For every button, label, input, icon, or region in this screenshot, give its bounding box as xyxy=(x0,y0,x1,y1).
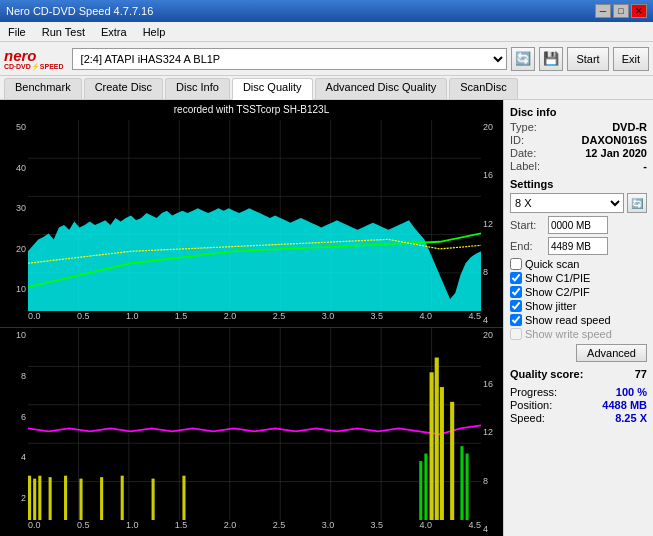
bot-left-y1: 2 xyxy=(21,493,26,503)
close-button[interactable]: ✕ xyxy=(631,4,647,18)
show-c1pie-checkbox[interactable] xyxy=(510,272,522,284)
position-value: 4488 MB xyxy=(602,399,647,411)
show-write-speed-checkbox[interactable] xyxy=(510,328,522,340)
exit-button[interactable]: Exit xyxy=(613,47,649,71)
bot-x2: 1.0 xyxy=(126,520,139,530)
position-label: Position: xyxy=(510,399,552,411)
progress-section: Progress: 100 % Position: 4488 MB Speed:… xyxy=(510,386,647,424)
bot-x3: 1.5 xyxy=(175,520,188,530)
tab-disc-info[interactable]: Disc Info xyxy=(165,78,230,99)
show-c2-pif-row: Show C2/PIF xyxy=(510,286,647,298)
charts-container: 50 40 30 20 10 20 16 12 8 4 xyxy=(0,120,503,536)
show-c2pif-checkbox[interactable] xyxy=(510,286,522,298)
show-c2pif-label: Show C2/PIF xyxy=(525,286,590,298)
top-right-y0: 4 xyxy=(483,315,488,325)
top-x-axis: 0.0 0.5 1.0 1.5 2.0 2.5 3.0 3.5 4.0 4.5 xyxy=(28,311,481,327)
show-jitter-row: Show jitter xyxy=(510,300,647,312)
drive-select[interactable]: [2:4] ATAPI iHAS324 A BL1P xyxy=(72,48,508,70)
top-left-y4: 40 xyxy=(16,163,26,173)
show-read-speed-row: Show read speed xyxy=(510,314,647,326)
maximize-button[interactable]: □ xyxy=(613,4,629,18)
id-value: DAXON016S xyxy=(582,134,647,146)
svg-rect-30 xyxy=(100,477,103,520)
svg-rect-27 xyxy=(49,477,52,520)
svg-rect-36 xyxy=(440,387,444,520)
tab-advanced-disc-quality[interactable]: Advanced Disc Quality xyxy=(315,78,448,99)
tab-disc-quality[interactable]: Disc Quality xyxy=(232,78,313,100)
start-input[interactable] xyxy=(548,216,608,234)
tab-benchmark[interactable]: Benchmark xyxy=(4,78,82,99)
bottom-y-axis-right: 20 16 12 8 4 xyxy=(481,328,503,536)
top-x0: 0.0 xyxy=(28,311,41,321)
svg-rect-41 xyxy=(466,454,469,520)
top-chart-canvas xyxy=(28,120,481,311)
top-right-y3: 16 xyxy=(483,170,493,180)
top-x8: 4.0 xyxy=(420,311,433,321)
disc-type-row: Type: DVD-R xyxy=(510,121,647,133)
svg-rect-39 xyxy=(424,454,427,520)
show-write-speed-row: Show write speed xyxy=(510,328,647,340)
svg-rect-31 xyxy=(121,476,124,520)
advanced-button[interactable]: Advanced xyxy=(576,344,647,362)
quality-score-value: 77 xyxy=(635,368,647,380)
bot-x9: 4.5 xyxy=(468,520,481,530)
chart-area: recorded with TSSTcorp SH-B123L 50 40 30… xyxy=(0,100,503,536)
disc-label-row: Label: - xyxy=(510,160,647,172)
disc-id-row: ID: DAXON016S xyxy=(510,134,647,146)
speed-select[interactable]: 8 X xyxy=(510,193,624,213)
speed-row: 8 X 🔄 xyxy=(510,193,647,213)
top-x6: 3.0 xyxy=(322,311,335,321)
top-left-y3: 30 xyxy=(16,203,26,213)
tab-create-disc[interactable]: Create Disc xyxy=(84,78,163,99)
svg-rect-35 xyxy=(435,358,439,520)
tab-scan-disc[interactable]: ScanDisc xyxy=(449,78,517,99)
menu-run-test[interactable]: Run Test xyxy=(38,25,89,39)
progress-value: 100 % xyxy=(616,386,647,398)
start-button[interactable]: Start xyxy=(567,47,608,71)
disc-info-title: Disc info xyxy=(510,106,647,118)
svg-rect-37 xyxy=(450,402,454,520)
date-label: Date: xyxy=(510,147,536,159)
top-x5: 2.5 xyxy=(273,311,286,321)
show-jitter-checkbox[interactable] xyxy=(510,300,522,312)
bottom-y-axis-left: 10 8 6 4 2 xyxy=(0,328,28,536)
show-c1pie-label: Show C1/PIE xyxy=(525,272,590,284)
sidebar: Disc info Type: DVD-R ID: DAXON016S Date… xyxy=(503,100,653,536)
disc-info-section: Disc info Type: DVD-R ID: DAXON016S Date… xyxy=(510,106,647,172)
label-value: - xyxy=(643,160,647,172)
menu-bar: File Run Test Extra Help xyxy=(0,22,653,42)
menu-file[interactable]: File xyxy=(4,25,30,39)
bot-right-y2: 12 xyxy=(483,427,493,437)
top-y-axis-right: 20 16 12 8 4 xyxy=(481,120,503,327)
show-jitter-label: Show jitter xyxy=(525,300,576,312)
end-input[interactable] xyxy=(548,237,608,255)
menu-extra[interactable]: Extra xyxy=(97,25,131,39)
top-x4: 2.0 xyxy=(224,311,237,321)
bot-left-y3: 6 xyxy=(21,412,26,422)
nero-brand-text: nero xyxy=(4,48,64,63)
speed-refresh-icon[interactable]: 🔄 xyxy=(627,193,647,213)
label-label: Label: xyxy=(510,160,540,172)
bot-x0: 0.0 xyxy=(28,520,41,530)
quality-score-label: Quality score: xyxy=(510,368,583,380)
position-row: Position: 4488 MB xyxy=(510,399,647,411)
bot-right-y4: 20 xyxy=(483,330,493,340)
bot-x1: 0.5 xyxy=(77,520,90,530)
menu-help[interactable]: Help xyxy=(139,25,170,39)
refresh-icon-button[interactable]: 🔄 xyxy=(511,47,535,71)
quality-score-row: Quality score: 77 xyxy=(510,368,647,380)
show-read-speed-checkbox[interactable] xyxy=(510,314,522,326)
bot-left-y2: 4 xyxy=(21,452,26,462)
svg-rect-24 xyxy=(28,476,31,520)
start-label: Start: xyxy=(510,219,545,231)
top-left-y1: 10 xyxy=(16,284,26,294)
save-icon-button[interactable]: 💾 xyxy=(539,47,563,71)
toolbar: nero CD·DVD⚡SPEED [2:4] ATAPI iHAS324 A … xyxy=(0,42,653,76)
quick-scan-checkbox[interactable] xyxy=(510,258,522,270)
svg-rect-33 xyxy=(182,476,185,520)
minimize-button[interactable]: ─ xyxy=(595,4,611,18)
svg-rect-34 xyxy=(430,372,434,520)
top-right-y1: 8 xyxy=(483,267,488,277)
svg-rect-40 xyxy=(460,446,463,520)
bot-x7: 3.5 xyxy=(371,520,384,530)
